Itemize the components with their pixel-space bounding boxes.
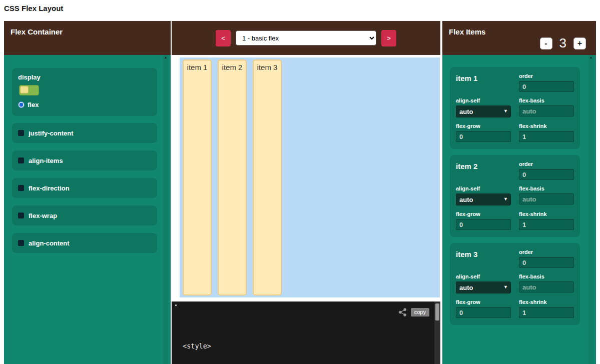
- order-label: order: [519, 249, 574, 255]
- property-card-flex-wrap[interactable]: flex-wrap: [12, 206, 157, 226]
- flex-basis-input[interactable]: [519, 282, 574, 292]
- flex-items-title: Flex Items: [442, 21, 596, 36]
- order-input[interactable]: [519, 169, 574, 180]
- item-card-3: item 3 order align-self auto ▼ flex-basi…: [450, 243, 580, 325]
- add-item-button[interactable]: +: [573, 38, 586, 50]
- flex-shrink-label: flex-shrink: [519, 123, 574, 129]
- align-content-label: align-content: [29, 240, 70, 247]
- flex-direction-label: flex-direction: [29, 184, 70, 192]
- scroll-up-arrow-icon[interactable]: ▲: [163, 55, 168, 60]
- order-label: order: [519, 161, 574, 167]
- flex-wrap-checkbox[interactable]: [18, 212, 24, 218]
- example-select[interactable]: 1 - basic flex: [236, 30, 376, 46]
- item-name: item 3: [456, 249, 511, 268]
- share-icon[interactable]: [398, 308, 407, 316]
- flex-shrink-input[interactable]: [519, 131, 574, 142]
- flex-wrap-label: flex-wrap: [29, 212, 57, 220]
- copy-button[interactable]: copy: [411, 308, 429, 316]
- prev-example-button[interactable]: <: [216, 30, 231, 46]
- order-input[interactable]: [519, 257, 574, 268]
- page-title: CSS Flex Layout: [4, 4, 63, 12]
- flex-container-panel: Flex Container display flex justify-cont…: [4, 21, 171, 364]
- display-card: display flex: [12, 68, 157, 116]
- flex-grow-input[interactable]: [456, 131, 511, 142]
- order-label: order: [519, 73, 574, 79]
- align-self-select[interactable]: auto: [456, 194, 511, 206]
- scroll-up-arrow-icon[interactable]: ▲: [588, 55, 593, 60]
- flex-basis-input[interactable]: [519, 106, 574, 116]
- item-name: item 1: [456, 73, 511, 92]
- code-block: <style> .flex-container { display: flex;: [183, 322, 260, 364]
- flex-direction-checkbox[interactable]: [18, 185, 24, 191]
- property-card-align-content[interactable]: align-content: [12, 233, 157, 253]
- item-name: item 2: [456, 161, 511, 180]
- code-panel: copy <style> .flex-container { display: …: [172, 302, 440, 364]
- flex-basis-label: flex-basis: [519, 274, 574, 280]
- order-input[interactable]: [519, 81, 574, 92]
- align-content-checkbox[interactable]: [18, 240, 24, 246]
- item-card-1: item 1 order align-self auto ▼ flex-basi…: [450, 67, 580, 149]
- flex-preview-container: item 1 item 2 item 3: [180, 58, 440, 298]
- flex-shrink-input[interactable]: [519, 307, 574, 318]
- remove-item-button[interactable]: -: [540, 38, 552, 50]
- flex-grow-input[interactable]: [456, 219, 511, 230]
- align-items-label: align-items: [29, 157, 63, 164]
- align-self-label: align-self: [456, 186, 511, 192]
- item-card-2: item 2 order align-self auto ▼ flex-basi…: [450, 155, 580, 237]
- flex-items-header: Flex Items - 3 +: [442, 21, 596, 55]
- left-panel-scrollbar[interactable]: ▲: [163, 55, 168, 364]
- property-card-flex-direction[interactable]: flex-direction: [12, 178, 157, 198]
- flex-basis-input[interactable]: [519, 194, 574, 204]
- toggle-knob-icon: [20, 86, 29, 94]
- flex-radio-label: flex: [28, 101, 39, 108]
- flex-container-header: Flex Container: [4, 21, 171, 55]
- justify-content-label: justify-content: [29, 130, 74, 137]
- display-toggle[interactable]: [19, 85, 39, 96]
- flex-container-body: display flex justify-content align-items…: [4, 55, 171, 364]
- flex-grow-label: flex-grow: [456, 299, 511, 305]
- align-items-checkbox[interactable]: [18, 158, 24, 164]
- flex-basis-label: flex-basis: [519, 186, 574, 192]
- next-example-button[interactable]: >: [381, 30, 396, 46]
- flex-preview-item-2: item 2: [218, 60, 247, 296]
- flex-items-body: item 1 order align-self auto ▼ flex-basi…: [442, 55, 596, 364]
- preview-body: item 1 item 2 item 3: [172, 55, 440, 302]
- flex-basis-label: flex-basis: [519, 98, 574, 104]
- flex-items-panel: Flex Items - 3 + item 1 order align-self…: [442, 21, 596, 364]
- preview-column: < 1 - basic flex > item 1 item 2 item 3: [172, 21, 440, 364]
- flex-grow-input[interactable]: [456, 307, 511, 318]
- flex-preview-item-1: item 1: [183, 60, 212, 296]
- right-panel-scrollbar[interactable]: ▲: [588, 55, 593, 364]
- flex-radio[interactable]: [18, 102, 25, 108]
- display-label: display: [18, 74, 151, 81]
- flex-preview-item-3: item 3: [253, 60, 282, 296]
- align-self-label: align-self: [456, 274, 511, 280]
- flex-shrink-label: flex-shrink: [519, 299, 574, 305]
- property-card-align-items[interactable]: align-items: [12, 150, 157, 170]
- align-self-label: align-self: [456, 98, 511, 104]
- code-scroll-thumb[interactable]: [435, 304, 439, 320]
- flex-grow-label: flex-grow: [456, 211, 511, 217]
- example-nav-bar: < 1 - basic flex >: [172, 21, 440, 55]
- align-self-select[interactable]: auto: [456, 106, 511, 118]
- code-scrollbar[interactable]: [434, 302, 440, 364]
- justify-content-checkbox[interactable]: [18, 130, 24, 136]
- align-self-select[interactable]: auto: [456, 282, 511, 294]
- flex-grow-label: flex-grow: [456, 123, 511, 129]
- flex-shrink-label: flex-shrink: [519, 211, 574, 217]
- flex-shrink-input[interactable]: [519, 219, 574, 230]
- flex-container-title: Flex Container: [4, 21, 171, 36]
- code-line: <style>: [183, 342, 260, 351]
- property-card-justify-content[interactable]: justify-content: [12, 123, 157, 143]
- item-count: 3: [559, 36, 566, 51]
- code-caret-dot: [175, 304, 177, 306]
